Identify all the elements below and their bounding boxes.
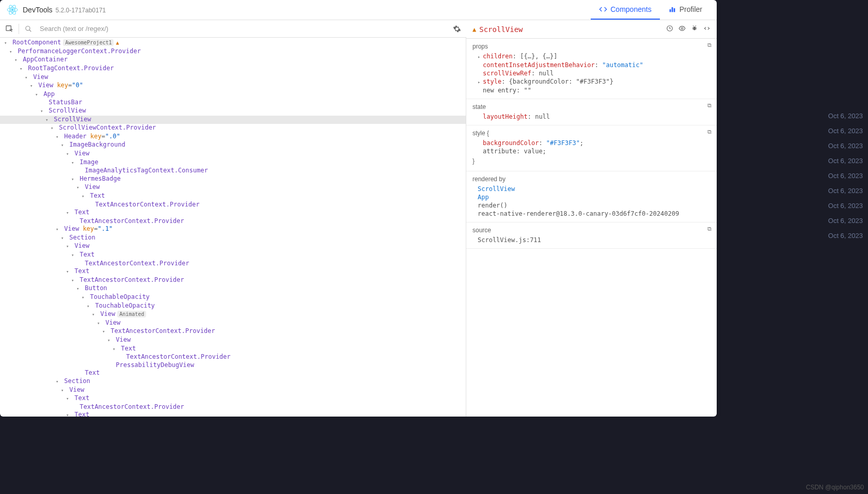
tree-node[interactable]: ▾ TextAncestorContext.Provider: [0, 327, 466, 336]
tree-node[interactable]: ▾ AppContainer: [0, 56, 466, 65]
expand-arrow[interactable]: ▾: [66, 268, 71, 276]
tree-node[interactable]: ▾ TextAncestorContext.Provider: [0, 276, 466, 285]
expand-arrow[interactable]: ▾: [66, 150, 71, 158]
tree-node[interactable]: ▾ View: [0, 150, 466, 158]
tree-node[interactable]: ▾ ScrollViewContext.Provider: [0, 124, 466, 133]
tree-node[interactable]: Text: [0, 369, 466, 377]
expand-arrow[interactable]: ▾: [51, 124, 55, 133]
expand-arrow[interactable]: ▾: [4, 39, 9, 47]
tree-node[interactable]: ▾ ImageBackground: [0, 141, 466, 150]
eye-icon[interactable]: [678, 25, 686, 34]
tree-node[interactable]: ▾ PerformanceLoggerContext.Provider: [0, 47, 466, 56]
expand-arrow[interactable]: ▾: [66, 395, 71, 403]
expand-arrow[interactable]: ▾: [82, 193, 86, 201]
expand-arrow[interactable]: ▾: [71, 251, 76, 260]
tree-node[interactable]: ▾ Button: [0, 284, 466, 293]
tree-node[interactable]: ▾ Text: [0, 267, 466, 276]
copy-icon[interactable]: ⧉: [707, 129, 712, 135]
tree-node[interactable]: ▾ Section: [0, 377, 466, 386]
source-icon[interactable]: [703, 25, 711, 34]
tree-node[interactable]: ImageAnalyticsTagContext.Consumer: [0, 167, 466, 175]
tree-node[interactable]: ▾ Text: [0, 192, 466, 201]
expand-arrow[interactable]: ▾: [97, 320, 102, 328]
expand-arrow[interactable]: ▾: [56, 226, 60, 234]
tree-node[interactable]: TextAncestorContext.Provider: [0, 217, 466, 226]
expand-arrow[interactable]: ▾: [107, 337, 112, 345]
tree-node[interactable]: ▾ ViewAnimated: [0, 310, 466, 319]
expand-arrow[interactable]: ▾: [40, 107, 45, 116]
tree-node[interactable]: ▾ RootTagContext.Provider: [0, 65, 466, 73]
tree-node[interactable]: ▾ ScrollView: [0, 107, 466, 116]
svg-point-8: [26, 26, 30, 30]
expand-arrow[interactable]: ▾: [71, 159, 76, 167]
tree-node[interactable]: TextAncestorContext.Provider: [0, 201, 466, 209]
tree-node[interactable]: StatusBar: [0, 99, 466, 107]
tree-node[interactable]: ▾ Header key=".0": [0, 133, 466, 141]
tree-node[interactable]: ▾ Text: [0, 209, 466, 217]
expand-arrow[interactable]: ▾: [102, 328, 107, 336]
tree-node[interactable]: ▾ Text: [0, 345, 466, 354]
tree-node[interactable]: ▾ View: [0, 73, 466, 82]
tree-node[interactable]: ▾ Section: [0, 234, 466, 243]
tree-node[interactable]: ▾ View key=".1": [0, 225, 466, 234]
element-picker-icon[interactable]: [4, 24, 14, 34]
expand-arrow[interactable]: ▾: [30, 82, 35, 90]
expand-arrow[interactable]: ▾: [66, 209, 71, 217]
tab-components[interactable]: Components: [591, 0, 659, 20]
tree-node[interactable]: TextAncestorContext.Provider: [0, 403, 466, 411]
tree-node[interactable]: ▾ Text: [0, 394, 466, 403]
expand-arrow[interactable]: ▾: [71, 277, 76, 285]
tree-node[interactable]: ▾ Text: [0, 251, 466, 260]
tree-node[interactable]: ▾ TouchableOpacity: [0, 293, 466, 302]
expand-arrow[interactable]: ▾: [61, 234, 66, 243]
expand-arrow[interactable]: ▾: [25, 74, 29, 82]
tree-node[interactable]: ▾ HermesBadge: [0, 175, 466, 184]
copy-icon[interactable]: ⧉: [707, 42, 712, 49]
gear-icon[interactable]: [452, 24, 462, 34]
expand-arrow[interactable]: ▾: [61, 387, 66, 395]
component-tree[interactable]: ▾ RootComponentAwesomeProject1▲▾ Perform…: [0, 38, 466, 417]
rendered-by-link[interactable]: App: [478, 194, 489, 201]
expand-arrow[interactable]: ▾: [113, 345, 117, 354]
expand-arrow[interactable]: ▾: [45, 116, 50, 124]
tree-node[interactable]: ▾ View key="0": [0, 82, 466, 90]
tree-node[interactable]: ▾ View: [0, 242, 466, 251]
suspend-icon[interactable]: [666, 25, 673, 34]
expand-arrow[interactable]: ▾: [56, 378, 60, 386]
expand-arrow[interactable]: ▾: [56, 133, 60, 141]
expand-arrow[interactable]: ▾: [71, 176, 76, 184]
tree-node[interactable]: ▾ App: [0, 90, 466, 99]
expand-arrow[interactable]: ▾: [92, 311, 97, 319]
tree-node[interactable]: PressabilityDebugView: [0, 361, 466, 370]
tree-node[interactable]: TextAncestorContext.Provider: [0, 260, 466, 268]
svg-point-0: [11, 9, 13, 11]
tree-node[interactable]: ▾ Image: [0, 158, 466, 167]
copy-icon[interactable]: ⧉: [707, 226, 712, 232]
tab-profiler[interactable]: Profiler: [660, 0, 711, 20]
tree-node[interactable]: ▾ ScrollView: [0, 116, 466, 124]
expand-arrow[interactable]: ▾: [76, 285, 81, 293]
copy-icon[interactable]: ⧉: [707, 102, 712, 109]
tree-node[interactable]: ▾ View: [0, 386, 466, 395]
react-logo-icon: [6, 4, 19, 16]
tree-node[interactable]: TextAncestorContext.Provider: [0, 353, 466, 361]
rendered-by-link[interactable]: ScrollView: [478, 185, 515, 193]
expand-arrow[interactable]: ▾: [66, 243, 71, 251]
tree-node[interactable]: ▾ TouchableOpacity: [0, 302, 466, 311]
expand-arrow[interactable]: ▾: [87, 302, 91, 311]
search-input[interactable]: [38, 23, 448, 35]
tree-node[interactable]: ▾ View: [0, 336, 466, 345]
tree-node[interactable]: ▾ Text: [0, 411, 466, 417]
tree-node[interactable]: ▾ View: [0, 319, 466, 328]
expand-arrow[interactable]: ▾: [14, 56, 19, 65]
expand-arrow[interactable]: ▾: [61, 141, 66, 150]
expand-arrow[interactable]: ▾: [66, 411, 71, 417]
expand-arrow[interactable]: ▾: [9, 48, 14, 56]
tree-node[interactable]: ▾ RootComponentAwesomeProject1▲: [0, 39, 466, 47]
tree-node[interactable]: ▾ View: [0, 183, 466, 192]
expand-arrow[interactable]: ▾: [35, 91, 40, 99]
expand-arrow[interactable]: ▾: [82, 294, 86, 302]
bug-icon[interactable]: [691, 25, 698, 34]
expand-arrow[interactable]: ▾: [76, 184, 81, 192]
expand-arrow[interactable]: ▾: [20, 65, 24, 73]
